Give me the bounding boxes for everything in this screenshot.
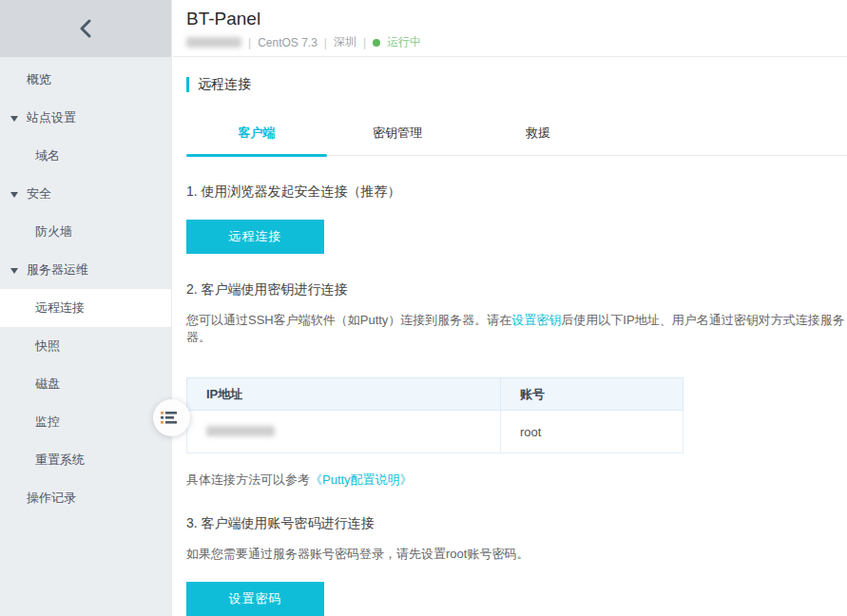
sidebar-item-label: 防火墙 [35, 224, 72, 239]
putty-hint: 具体连接方法可以参考《Putty配置说明》 [186, 472, 847, 489]
status-badge: 运行中 [387, 34, 421, 50]
sidebar-item-label: 操作记录 [27, 491, 76, 505]
redacted-ip [186, 37, 241, 48]
sidebar-item-remote-connection[interactable]: 远程连接 [0, 289, 171, 327]
step2-text-before: 您可以通过SSH客户端软件（如Putty）连接到服务器。请在 [186, 313, 511, 327]
redacted-ip [206, 426, 275, 436]
sidebar-edge-handle[interactable] [153, 399, 190, 436]
sidebar-item-label: 服务器运维 [27, 262, 88, 277]
sidebar-item-label: 安全 [27, 186, 51, 201]
sidebar-item-label: 远程连接 [35, 300, 85, 315]
tab-label: 密钥管理 [373, 125, 422, 140]
sidebar-item-label: 概览 [27, 72, 51, 87]
section-title: 远程连接 [186, 76, 847, 93]
sidebar-collapse-button[interactable] [0, 0, 171, 57]
server-os: CentOS 7.3 [258, 36, 318, 49]
sidebar-item-site-settings[interactable]: 站点设置 [0, 99, 171, 137]
list-menu-icon [161, 411, 177, 425]
main-area: BT-Panel | CentOS 7.3 | 深圳 | 运行中 远程连接 客户… [173, 0, 847, 616]
cell-account: root [501, 411, 683, 453]
table-row: root [187, 411, 683, 453]
separator: | [324, 36, 327, 49]
sidebar-item-security[interactable]: 安全 [0, 175, 171, 213]
sidebar-nav: 概览 站点设置 域名 安全 防火墙 服务器运维 远程连接 [0, 57, 171, 517]
set-key-link[interactable]: 设置密钥 [511, 313, 561, 327]
sidebar-item-label: 重置系统 [35, 452, 85, 467]
remote-connect-button[interactable]: 远程连接 [186, 220, 324, 254]
sidebar-item-server-ops[interactable]: 服务器运维 [0, 251, 171, 289]
page-title: BT-Panel [186, 8, 847, 30]
sidebar-item-operation-log[interactable]: 操作记录 [0, 479, 171, 517]
tab-label: 客户端 [239, 125, 276, 140]
app-window: 概览 站点设置 域名 安全 防火墙 服务器运维 远程连接 [0, 0, 847, 616]
separator: | [363, 36, 366, 49]
status-dot-icon [373, 39, 380, 47]
accent-bar [186, 77, 189, 92]
chevron-left-icon [79, 18, 92, 39]
step2-heading: 2. 客户端使用密钥进行连接 [186, 281, 847, 298]
set-password-button[interactable]: 设置密码 [186, 582, 324, 616]
sidebar-item-firewall[interactable]: 防火墙 [0, 213, 171, 251]
step3-paragraph: 如果您需要通过服务器账号密码登录，请先设置root账号密码。 [186, 546, 847, 563]
separator: | [248, 36, 251, 49]
sidebar-item-snapshot[interactable]: 快照 [0, 327, 171, 365]
sidebar-item-monitor[interactable]: 监控 [0, 403, 171, 441]
step3-heading: 3. 客户端使用账号密码进行连接 [186, 515, 847, 532]
sidebar-item-reset-system[interactable]: 重置系统 [0, 441, 171, 479]
server-meta: | CentOS 7.3 | 深圳 | 运行中 [186, 34, 847, 50]
sidebar: 概览 站点设置 域名 安全 防火墙 服务器运维 远程连接 [0, 0, 172, 616]
ssh-info-table: IP地址 账号 root [186, 377, 683, 453]
step2-paragraph: 您可以通过SSH客户端软件（如Putty）连接到服务器。请在设置密钥后使用以下I… [186, 312, 847, 346]
step1-heading: 1. 使用浏览器发起安全连接（推荐） [186, 183, 847, 201]
server-region: 深圳 [334, 34, 356, 50]
sidebar-item-label: 快照 [35, 338, 60, 353]
main-header: BT-Panel | CentOS 7.3 | 深圳 | 运行中 [173, 0, 847, 57]
column-header-ip: IP地址 [187, 378, 501, 411]
cell-ip [187, 411, 501, 453]
column-header-account: 账号 [501, 378, 683, 411]
sidebar-item-label: 站点设置 [27, 110, 76, 125]
content: 远程连接 客户端 密钥管理 救援 1. 使用浏览器发起安全连接（推荐） 远程连接… [173, 57, 847, 616]
tab-client[interactable]: 客户端 [186, 119, 327, 155]
tab-rescue[interactable]: 救援 [468, 119, 608, 155]
table-header-row: IP地址 账号 [187, 378, 683, 411]
putty-text: 具体连接方法可以参考 [186, 472, 310, 487]
chevron-down-icon [10, 192, 18, 198]
sidebar-item-label: 域名 [35, 148, 60, 163]
sidebar-item-label: 磁盘 [35, 376, 60, 391]
putty-guide-link[interactable]: 《Putty配置说明》 [310, 472, 413, 487]
tab-label: 救援 [526, 125, 550, 140]
tab-bar: 客户端 密钥管理 救援 [186, 119, 847, 156]
sidebar-item-label: 监控 [35, 414, 60, 429]
sidebar-item-domain[interactable]: 域名 [0, 137, 171, 175]
sidebar-item-disk[interactable]: 磁盘 [0, 365, 171, 403]
tab-key-management[interactable]: 密钥管理 [327, 119, 468, 155]
chevron-down-icon [10, 268, 18, 274]
sidebar-item-overview[interactable]: 概览 [0, 61, 171, 99]
section-title-text: 远程连接 [198, 76, 251, 93]
chevron-down-icon [10, 116, 18, 122]
